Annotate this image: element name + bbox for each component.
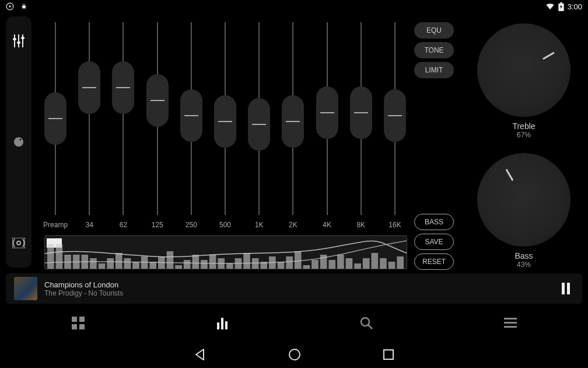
tone-button[interactable]: TONE xyxy=(414,42,454,58)
svg-rect-62 xyxy=(221,318,223,329)
svg-rect-67 xyxy=(504,322,517,324)
svg-rect-43 xyxy=(286,256,293,269)
svg-rect-17 xyxy=(64,255,71,269)
track-info: Champions of London The Prodigy - No Tou… xyxy=(44,280,558,297)
svg-rect-46 xyxy=(312,260,318,269)
svg-rect-35 xyxy=(218,258,225,269)
eq-bars-icon[interactable] xyxy=(211,311,234,335)
clock-text: 3:00 xyxy=(568,2,582,11)
eq-slider-thumb[interactable] xyxy=(350,86,372,139)
eq-slider-thumb[interactable] xyxy=(384,89,406,142)
limit-button[interactable]: LIMIT xyxy=(414,62,454,78)
eq-slider-thumb[interactable] xyxy=(112,61,134,114)
svg-rect-45 xyxy=(303,265,310,269)
save-button[interactable]: SAVE xyxy=(414,234,454,250)
treble-label: Treble xyxy=(477,121,570,131)
svg-rect-8 xyxy=(17,41,20,44)
menu-icon[interactable] xyxy=(499,311,522,335)
svg-rect-56 xyxy=(397,256,404,269)
equalizer-tab-icon[interactable] xyxy=(12,34,26,48)
svg-rect-36 xyxy=(226,263,233,269)
eq-band-label: 125 xyxy=(141,221,174,232)
svg-rect-15 xyxy=(47,244,54,269)
svg-rect-26 xyxy=(141,256,148,269)
back-button[interactable] xyxy=(194,348,206,361)
eq-band-label: 500 xyxy=(208,221,242,232)
pause-button[interactable] xyxy=(558,280,574,297)
svg-rect-50 xyxy=(346,258,353,269)
battery-charging-icon xyxy=(558,2,564,11)
bass-button[interactable]: BASS xyxy=(414,214,454,230)
svg-rect-61 xyxy=(217,322,219,329)
eq-band-label: 62 xyxy=(106,221,140,232)
svg-rect-57 xyxy=(72,317,77,322)
wifi-icon xyxy=(545,2,555,11)
eq-band-125 xyxy=(141,22,174,215)
svg-line-65 xyxy=(368,325,372,329)
tone-knobs: Treble 67% Bass 43% xyxy=(467,18,581,269)
reset-button[interactable]: RESET xyxy=(414,254,454,270)
treble-knob[interactable] xyxy=(477,23,570,117)
svg-rect-24 xyxy=(124,258,131,269)
svg-rect-19 xyxy=(81,255,88,269)
svg-rect-29 xyxy=(167,251,174,269)
eq-action-buttons: BASS SAVE RESET xyxy=(414,214,454,270)
svg-rect-37 xyxy=(235,258,242,269)
eq-slider-thumb[interactable] xyxy=(180,89,202,142)
spectrum-analyzer xyxy=(44,235,407,269)
eq-mode-buttons: EQU TONE LIMIT xyxy=(414,22,454,78)
svg-rect-58 xyxy=(79,317,85,322)
bottom-tab-bar xyxy=(6,308,582,338)
svg-rect-48 xyxy=(328,260,335,269)
svg-rect-16 xyxy=(56,244,63,269)
svg-rect-7 xyxy=(13,38,16,40)
svg-point-12 xyxy=(17,241,20,245)
svg-rect-51 xyxy=(354,263,361,269)
svg-rect-5 xyxy=(18,34,19,47)
bass-label: Bass xyxy=(477,251,570,261)
svg-rect-20 xyxy=(90,258,97,269)
eq-slider-thumb[interactable] xyxy=(44,92,66,145)
eq-band-8k xyxy=(344,22,378,215)
play-circle-icon xyxy=(6,2,14,11)
eq-slider-thumb[interactable] xyxy=(146,74,169,127)
volume-knob-icon[interactable] xyxy=(12,135,26,149)
equalizer-panel: Preamp34621252505001K2K4K8K16K EQU TONE … xyxy=(38,16,459,269)
eq-slider-thumb[interactable] xyxy=(316,86,338,139)
svg-rect-30 xyxy=(175,265,182,269)
eq-band-250 xyxy=(174,22,208,215)
svg-rect-9 xyxy=(21,37,24,39)
library-grid-icon[interactable] xyxy=(66,311,90,335)
svg-rect-22 xyxy=(107,258,114,269)
eq-band-label: 4K xyxy=(310,221,344,232)
svg-rect-40 xyxy=(260,262,267,269)
eq-slider-thumb[interactable] xyxy=(248,98,270,151)
bass-knob[interactable] xyxy=(477,153,570,247)
home-button[interactable] xyxy=(288,348,301,361)
recents-button[interactable] xyxy=(383,349,394,360)
eq-band-4k xyxy=(310,22,344,215)
search-icon[interactable] xyxy=(355,311,378,335)
eq-band-62 xyxy=(106,22,140,215)
svg-rect-47 xyxy=(320,255,327,269)
eq-slider-thumb[interactable] xyxy=(214,95,236,148)
track-title: Champions of London xyxy=(44,280,558,289)
svg-rect-21 xyxy=(99,263,106,269)
surround-icon[interactable] xyxy=(12,236,26,250)
svg-rect-27 xyxy=(149,262,156,269)
svg-point-69 xyxy=(289,349,300,360)
eq-band-label: 2K xyxy=(276,221,310,232)
eq-band-label: 34 xyxy=(72,221,106,232)
svg-point-11 xyxy=(20,139,22,141)
now-playing-bar[interactable]: Champions of London The Prodigy - No Tou… xyxy=(6,273,582,304)
svg-rect-32 xyxy=(192,255,200,269)
svg-rect-70 xyxy=(384,350,393,359)
eq-slider-thumb[interactable] xyxy=(282,95,304,148)
svg-rect-53 xyxy=(372,253,379,269)
eq-band-label: 1K xyxy=(242,221,276,232)
svg-rect-18 xyxy=(73,255,80,269)
equ-button[interactable]: EQU xyxy=(414,22,454,39)
eq-slider-thumb[interactable] xyxy=(78,61,100,114)
svg-rect-31 xyxy=(184,260,191,269)
svg-rect-63 xyxy=(225,321,228,329)
